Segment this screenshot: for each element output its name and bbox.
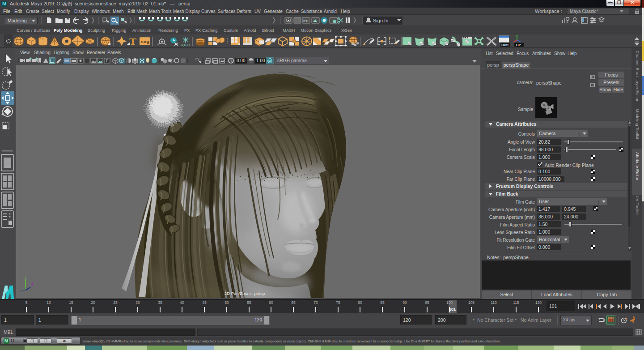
svg-text:0.00: 0.00	[237, 58, 246, 63]
svg-text:T: T	[129, 36, 136, 47]
svg-text:sRGB gamma: sRGB gamma	[277, 58, 307, 63]
svg-text:2D Pan/Zoom : persp: 2D Pan/Zoom : persp	[225, 291, 265, 296]
svg-text:Outl: Outl	[501, 43, 508, 47]
svg-text:CP: CP	[516, 43, 521, 47]
svg-text:0,0,0: 0,0,0	[181, 43, 190, 47]
svg-text:y: y	[25, 275, 27, 280]
svg-text:svg: svg	[141, 39, 149, 44]
svg-text:T: T	[106, 59, 108, 63]
svg-text:IPR: IPR	[303, 19, 309, 22]
svg-text:z: z	[31, 282, 34, 286]
svg-text:Sign In: Sign In	[373, 18, 388, 23]
svg-text:1.00: 1.00	[256, 58, 265, 63]
svg-text:SR: SR	[268, 60, 272, 62]
